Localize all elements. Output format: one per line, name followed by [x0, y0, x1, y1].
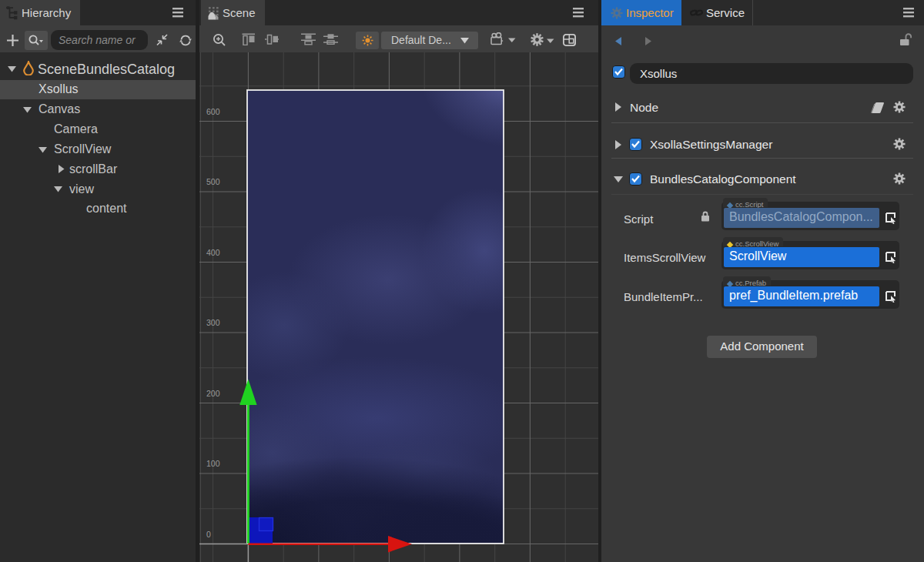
- svg-text:100: 100: [206, 459, 220, 468]
- svg-text:200: 200: [206, 389, 220, 398]
- svg-text:300: 300: [206, 318, 220, 327]
- svg-text:500: 500: [206, 177, 220, 186]
- svg-text:0: 0: [206, 530, 211, 539]
- svg-text:600: 600: [206, 107, 220, 116]
- svg-text:400: 400: [206, 248, 220, 257]
